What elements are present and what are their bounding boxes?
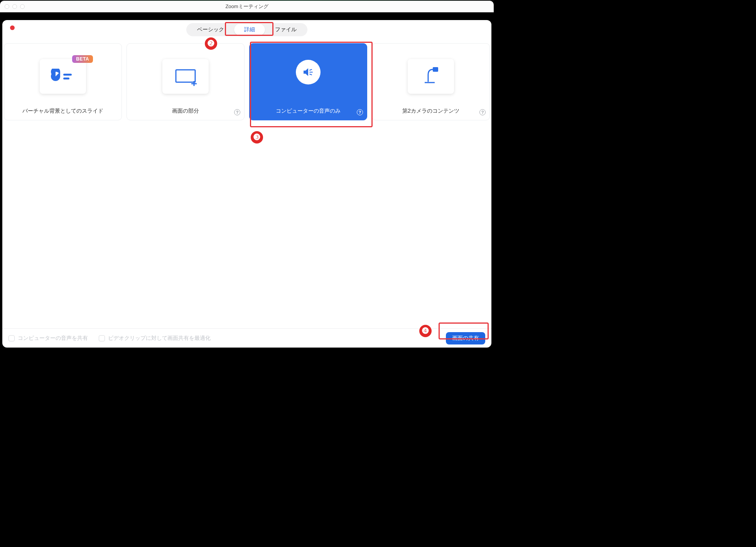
checkbox-label: コンピューターの音声を共有 [18,335,88,342]
share-screen-dialog: ベーシック 詳細 ファイル BETA バーチャル背景としてのスライド [2,20,491,348]
document-camera-icon [419,65,442,88]
help-icon[interactable]: ? [479,109,486,115]
share-option-computer-audio-only[interactable]: コンピューターの音声のみ ? [249,43,367,120]
portion-thumbnail [162,59,209,94]
svg-rect-3 [63,78,69,79]
tab-advanced[interactable]: 詳細 [234,24,265,35]
checkbox-share-computer-audio: コンピューターの音声を共有 [8,335,88,342]
tab-basic[interactable]: ベーシック [187,24,234,35]
recording-indicator-icon [10,25,15,30]
checkbox-box [8,335,15,341]
share-option-label: 画面の部分 [172,108,199,115]
checkbox-box [99,335,105,341]
video-background-bottom [0,348,494,357]
checkbox-optimize-video-clip: ビデオクリップに対して画面共有を最適化 [99,335,211,342]
checkbox-label: ビデオクリップに対して画面共有を最適化 [108,335,211,342]
share-screen-button[interactable]: 画面の共有 [446,332,485,344]
svg-line-7 [310,69,312,70]
svg-rect-2 [63,74,72,76]
zoom-window-button[interactable] [20,4,25,9]
traffic-lights [0,4,25,9]
video-background-strip [0,12,494,20]
svg-line-9 [310,74,312,75]
slides-icon [49,69,76,84]
minimize-window-button[interactable] [12,4,17,9]
share-option-label: バーチャル背景としてのスライド [22,108,103,115]
svg-rect-4 [176,70,195,82]
speaker-icon [301,65,315,79]
share-option-grid: BETA バーチャル背景としてのスライド 画面の部分 ? [2,36,491,328]
second-camera-thumbnail [408,59,454,94]
share-option-label: コンピューターの音声のみ [276,108,341,115]
share-tabbar: ベーシック 詳細 ファイル [2,23,491,36]
help-icon[interactable]: ? [234,109,240,115]
slides-thumbnail: BETA [40,59,86,94]
tab-file[interactable]: ファイル [265,24,307,35]
share-tab-segment: ベーシック 詳細 ファイル [186,23,307,36]
share-option-screen-portion[interactable]: 画面の部分 ? [127,43,245,120]
share-option-label: 第2カメラのコンテンツ [402,108,459,115]
screen-portion-icon [172,67,199,86]
help-icon[interactable]: ? [357,109,363,115]
dialog-footer: コンピューターの音声を共有 ビデオクリップに対して画面共有を最適化 画面の共有 [2,328,491,348]
share-option-second-camera[interactable]: 第2カメラのコンテンツ ? [372,43,490,120]
close-window-button[interactable] [5,4,9,9]
window-title: Zoomミーティング [0,3,494,10]
audio-thumbnail [296,60,321,84]
beta-badge: BETA [72,55,93,63]
share-option-virtual-bg-slides[interactable]: BETA バーチャル背景としてのスライド [4,43,122,120]
svg-rect-10 [433,67,438,72]
window-titlebar: Zoomミーティング [0,1,494,12]
